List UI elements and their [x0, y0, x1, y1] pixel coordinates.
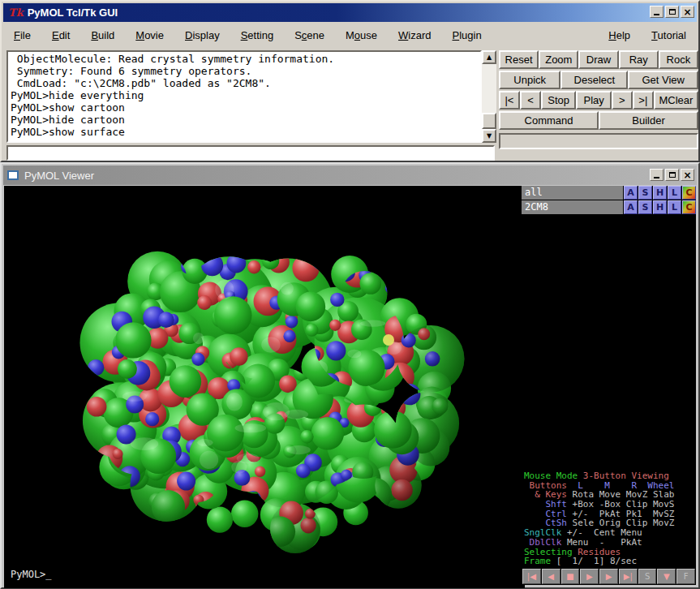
mclear-button[interactable]: MClear — [654, 91, 698, 110]
mouse-panel-line: Frame [ 1/ 1] 8/sec — [524, 557, 696, 566]
button-row-2: UnpickDeselectGet View — [499, 71, 698, 89]
btn-button[interactable]: |< — [499, 91, 520, 110]
object-all-button-a[interactable]: A — [624, 186, 638, 200]
minimize-button[interactable] — [650, 6, 663, 18]
console-line: PyMOL>show surface — [11, 126, 478, 138]
reset-button[interactable]: Reset — [499, 50, 539, 69]
minimize-icon — [654, 177, 659, 178]
play-button[interactable]: Play — [576, 91, 612, 110]
rewind-start-icon: |◀ — [527, 573, 536, 581]
maximize-button[interactable] — [665, 169, 679, 181]
viewer-titlebar[interactable]: PyMOL Viewer × — [3, 166, 697, 185]
close-button[interactable]: × — [681, 6, 694, 18]
object-2cm8-button-s[interactable]: S — [638, 200, 652, 214]
play-button[interactable]: ▶ — [580, 569, 599, 584]
console-line: PyMOL>hide everything — [11, 89, 478, 101]
tk-logo-icon: Tk — [8, 6, 24, 19]
object-all-button-c[interactable]: C — [682, 186, 696, 200]
scrollbar-thumb[interactable] — [482, 113, 496, 129]
object-2cm8-button-c[interactable]: C — [682, 200, 696, 214]
tk-gui-title: PyMOL Tcl/Tk GUI — [28, 6, 118, 19]
menu-item-build[interactable]: Build — [80, 26, 125, 45]
stop-button[interactable]: ■ — [561, 569, 580, 584]
forward-end-icon: ▶| — [624, 573, 633, 581]
maximize-button[interactable] — [665, 6, 679, 18]
step-back-button[interactable]: ◀ — [542, 569, 560, 584]
molecule-viewport[interactable] — [4, 186, 525, 588]
button-row-1: ResetZoomDrawRayRock — [499, 50, 698, 69]
button-row-4: CommandBuilder — [499, 111, 698, 130]
menu-item-scene[interactable]: Scene — [284, 26, 335, 45]
panel-status-field — [499, 133, 698, 149]
menu-item-movie[interactable]: Movie — [125, 26, 174, 45]
viewer-content: PyMOL>_ allASHLC2CM8ASHLC Mouse Mode 3-B… — [4, 186, 696, 585]
step-forward-button[interactable]: ▶ — [599, 569, 618, 584]
minimize-icon — [654, 14, 659, 15]
menu-item-file[interactable]: File — [3, 26, 41, 45]
menu-item-edit[interactable]: Edit — [41, 26, 80, 45]
console-line: CmdLoad: "c:\2CM8.pdb" loaded as "2CM8". — [11, 77, 478, 89]
menu-item-mouse[interactable]: Mouse — [335, 26, 388, 45]
deselect-button[interactable]: Deselect — [560, 71, 628, 89]
viewer-window: PyMOL Viewer × PyMOL>_ allASHLC2CM8ASHLC… — [0, 162, 700, 589]
scroll-down-icon[interactable]: ▼ — [482, 129, 496, 143]
rewind-start-button[interactable]: |◀ — [522, 569, 541, 584]
maximize-icon — [669, 172, 676, 178]
console-scrollbar[interactable]: ▲ ▼ — [482, 50, 496, 143]
menu-item-display[interactable]: Display — [174, 26, 230, 45]
rock-button[interactable]: Rock — [659, 50, 698, 69]
stop-button[interactable]: Stop — [541, 91, 577, 110]
scroll-up-icon[interactable]: ▲ — [482, 50, 496, 64]
menu-bar: FileEditBuildMovieDisplaySettingSceneMou… — [3, 22, 697, 48]
object-all-button-l[interactable]: L — [668, 186, 681, 200]
builder-button[interactable]: Builder — [599, 111, 698, 130]
menu-item-plugin[interactable]: Plugin — [442, 26, 492, 45]
tk-gui-titlebar[interactable]: Tk PyMOL Tcl/Tk GUI × — [3, 3, 697, 22]
tk-gui-window: Tk PyMOL Tcl/Tk GUI × FileEditBuildMovie… — [0, 0, 700, 162]
object-row-all: allASHLC — [522, 186, 696, 200]
object-all-button-s[interactable]: S — [638, 186, 652, 200]
viewer-window-icon — [7, 170, 19, 180]
btn-button[interactable]: >| — [633, 91, 654, 110]
object-name-all[interactable]: all — [522, 186, 623, 200]
viewer-title: PyMOL Viewer — [24, 170, 94, 182]
command-input[interactable] — [6, 145, 495, 161]
expand-button[interactable]: ▼ — [657, 569, 676, 584]
close-button[interactable]: × — [681, 169, 694, 181]
mouse-mode-panel: Mouse Mode 3-Button Viewing Buttons L M … — [524, 471, 696, 566]
console-line: ObjectMolecule: Read crystal symmetry in… — [11, 53, 478, 65]
stop-icon: ■ — [566, 573, 573, 581]
object-all-button-h[interactable]: H — [653, 186, 667, 200]
console-line: Symmetry: Found 6 symmetry operators. — [11, 65, 478, 77]
get-view-button[interactable]: Get View — [628, 71, 698, 89]
draw-button[interactable]: Draw — [578, 50, 618, 69]
menu-item-setting[interactable]: Setting — [230, 26, 284, 45]
movie-vcr-controls: |◀◀■▶▶▶|S▼F — [522, 569, 695, 584]
console-line: PyMOL>show cartoon — [11, 101, 478, 114]
object-2cm8-button-h[interactable]: H — [653, 200, 667, 214]
btn-button[interactable]: < — [520, 91, 541, 110]
button-row-3: |<<StopPlay>>|MClear — [499, 91, 698, 110]
control-button-panel: ResetZoomDrawRayRockUnpickDeselectGet Vi… — [499, 50, 698, 149]
object-name-2cm8[interactable]: 2CM8 — [522, 200, 623, 214]
expand-icon: ▼ — [663, 573, 670, 581]
object-2cm8-button-a[interactable]: A — [624, 200, 638, 214]
zoom-button[interactable]: Zoom — [539, 50, 578, 69]
step-forward-icon: ▶ — [606, 573, 612, 581]
object-2cm8-button-l[interactable]: L — [668, 200, 681, 214]
fullscreen-button[interactable]: F — [676, 569, 695, 584]
forward-end-button[interactable]: ▶| — [619, 569, 638, 584]
viewer-command-prompt[interactable]: PyMOL>_ — [11, 569, 52, 580]
close-icon: × — [683, 6, 691, 18]
menu-item-help[interactable]: Help — [598, 26, 641, 45]
ray-button[interactable]: Ray — [619, 50, 659, 69]
scene-loop-button[interactable]: S — [638, 569, 657, 584]
btn-button[interactable]: > — [612, 91, 633, 110]
output-console[interactable]: ObjectMolecule: Read crystal symmetry in… — [6, 50, 482, 143]
menu-item-wizard[interactable]: Wizard — [388, 26, 441, 45]
minimize-button[interactable] — [650, 169, 663, 181]
menu-item-tutorial[interactable]: Tutorial — [641, 26, 697, 45]
unpick-button[interactable]: Unpick — [499, 71, 560, 89]
close-icon: × — [683, 170, 691, 181]
command-button[interactable]: Command — [499, 111, 599, 130]
